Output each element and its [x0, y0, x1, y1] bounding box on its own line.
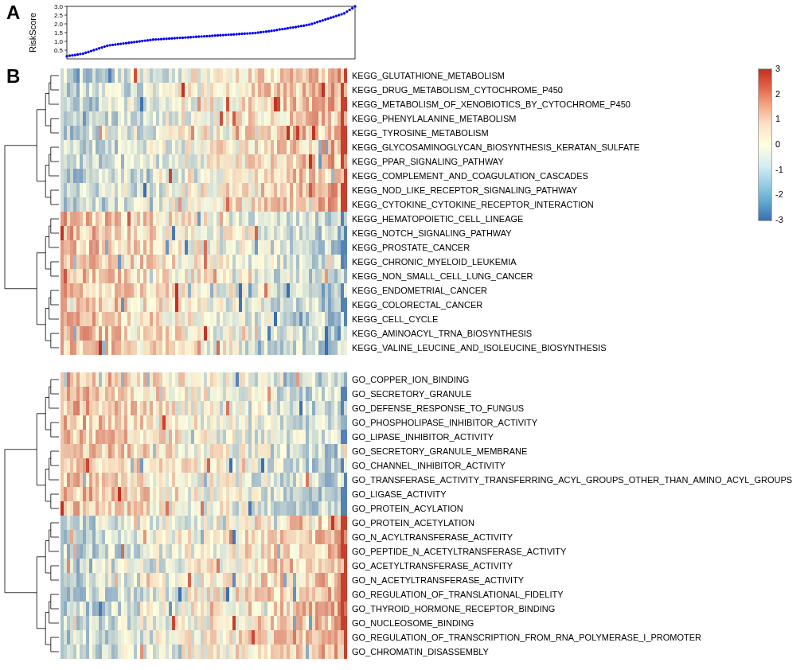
svg-point-106 [316, 21, 318, 23]
svg-point-84 [257, 31, 260, 33]
row-label: KEGG_COMPLEMENT_AND_COAGULATION_CASCADES [347, 169, 639, 183]
row-label: KEGG_HEMATOPOIETIC_CELL_LINEAGE [347, 212, 639, 226]
svg-point-108 [322, 19, 324, 21]
svg-point-58 [187, 36, 189, 38]
svg-point-51 [168, 37, 170, 40]
row-label: KEGG_CELL_CYCLE [347, 312, 639, 326]
svg-point-13 [65, 55, 68, 57]
svg-point-69 [217, 34, 219, 37]
svg-point-77 [238, 33, 240, 35]
svg-point-112 [332, 16, 334, 18]
row-label: KEGG_NOTCH_SIGNALING_PATHWAY [347, 226, 639, 240]
row-label: KEGG_VALINE_LEUCINE_AND_ISOLEUCINE_BIOSY… [347, 341, 639, 355]
svg-point-14 [68, 54, 71, 56]
row-label: KEGG_PPAR_SIGNALING_PATHWAY [347, 154, 639, 169]
row-label: GO_PROTEIN_ACYLATION [347, 501, 792, 516]
svg-point-98 [295, 25, 297, 28]
svg-point-66 [209, 34, 211, 37]
row-label: GO_COPPER_ION_BINDING [347, 372, 792, 387]
svg-point-74 [230, 33, 232, 36]
svg-point-76 [235, 33, 237, 35]
row-label: GO_CHROMATIN_DISASSEMBLY [347, 645, 792, 659]
svg-point-86 [262, 30, 264, 33]
row-label: GO_PEPTIDE_N_ACETYLTRANSFERASE_ACTIVITY [347, 544, 792, 559]
svg-point-33 [119, 42, 122, 45]
svg-point-31 [114, 43, 116, 45]
svg-point-83 [254, 32, 256, 34]
svg-point-80 [246, 32, 248, 34]
row-label: KEGG_TYROSINE_METABOLISM [347, 126, 639, 140]
row-label: GO_ACETYLTRANSFERASE_ACTIVITY [347, 559, 792, 573]
svg-point-32 [117, 43, 119, 45]
svg-point-104 [310, 22, 313, 25]
svg-point-20 [84, 52, 87, 54]
scatter-ylabel: RiskScore [5, 5, 61, 60]
svg-point-94 [283, 27, 286, 29]
row-label: GO_REGULATION_OF_TRANSCRIPTION_FROM_RNA_… [347, 630, 792, 645]
color-legend-bar [758, 68, 772, 221]
row-label: KEGG_ENDOMETRIAL_CANCER [347, 283, 639, 298]
svg-point-65 [205, 35, 208, 37]
svg-point-93 [281, 28, 283, 30]
svg-point-82 [252, 32, 254, 34]
svg-point-103 [308, 23, 310, 25]
row-label: KEGG_NON_SMALL_CELL_LUNG_CANCER [347, 269, 639, 283]
svg-point-62 [197, 35, 200, 37]
go-dendrogram [0, 372, 61, 659]
svg-point-26 [100, 46, 103, 49]
svg-point-34 [122, 42, 124, 45]
legend-tick: 1 [775, 114, 780, 123]
row-label: KEGG_AMINOACYL_TRNA_BIOSYNTHESIS [347, 326, 639, 341]
svg-point-73 [227, 33, 229, 36]
row-label: GO_TRANSFERASE_ACTIVITY_TRANSFERRING_ACY… [347, 473, 792, 487]
svg-point-110 [326, 18, 329, 20]
svg-point-45 [152, 38, 154, 41]
svg-point-109 [324, 18, 326, 21]
svg-point-29 [108, 44, 111, 46]
svg-point-89 [270, 29, 272, 32]
row-label: GO_PHOSPHOLIPASE_INHIBITOR_ACTIVITY [347, 415, 792, 430]
row-label: GO_N_ACYLTRANSFERASE_ACTIVITY [347, 530, 792, 544]
row-label: GO_NUCLEOSOME_BINDING [347, 616, 792, 630]
svg-point-19 [82, 53, 84, 55]
svg-point-71 [222, 33, 224, 36]
svg-point-46 [154, 38, 157, 41]
color-legend: 3210-1-2-3 [758, 68, 798, 220]
svg-point-28 [106, 45, 108, 47]
svg-point-18 [79, 53, 81, 55]
svg-point-85 [260, 31, 262, 33]
legend-tick: 2 [775, 89, 780, 99]
row-label: GO_THYROID_HORMONE_RECEPTOR_BINDING [347, 602, 792, 616]
svg-point-95 [287, 27, 289, 29]
row-label: GO_DEFENSE_RESPONSE_TO_FUNGUS [347, 401, 792, 415]
svg-point-40 [139, 40, 141, 42]
row-label: KEGG_CHRONIC_MYELOID_LEUKEMIA [347, 255, 639, 269]
svg-point-88 [267, 30, 270, 33]
row-label: GO_N_ACETYLTRANSFERASE_ACTIVITY [347, 573, 792, 587]
svg-point-91 [275, 29, 278, 31]
svg-point-55 [178, 37, 181, 39]
svg-point-15 [71, 54, 73, 56]
svg-point-39 [135, 41, 138, 43]
row-label: KEGG_CYTOKINE_CYTOKINE_RECEPTOR_INTERACT… [347, 197, 639, 212]
svg-point-59 [189, 36, 192, 38]
svg-point-41 [141, 40, 143, 42]
svg-point-56 [182, 37, 184, 39]
svg-point-61 [195, 36, 197, 38]
svg-point-67 [211, 34, 213, 37]
svg-point-35 [125, 42, 127, 45]
svg-point-92 [279, 28, 281, 30]
row-label: KEGG_DRUG_METABOLISM_CYTOCHROME_P450 [347, 83, 639, 97]
svg-point-107 [318, 20, 321, 22]
svg-point-23 [92, 49, 95, 51]
svg-point-27 [103, 45, 106, 48]
svg-point-38 [133, 41, 135, 43]
svg-point-70 [219, 34, 221, 37]
svg-point-50 [165, 37, 167, 40]
color-legend-ticks: 3210-1-2-3 [772, 68, 798, 220]
svg-point-30 [111, 44, 114, 46]
svg-point-118 [349, 9, 351, 11]
svg-point-21 [87, 51, 89, 53]
legend-tick: -3 [775, 215, 783, 224]
svg-point-49 [162, 37, 165, 40]
